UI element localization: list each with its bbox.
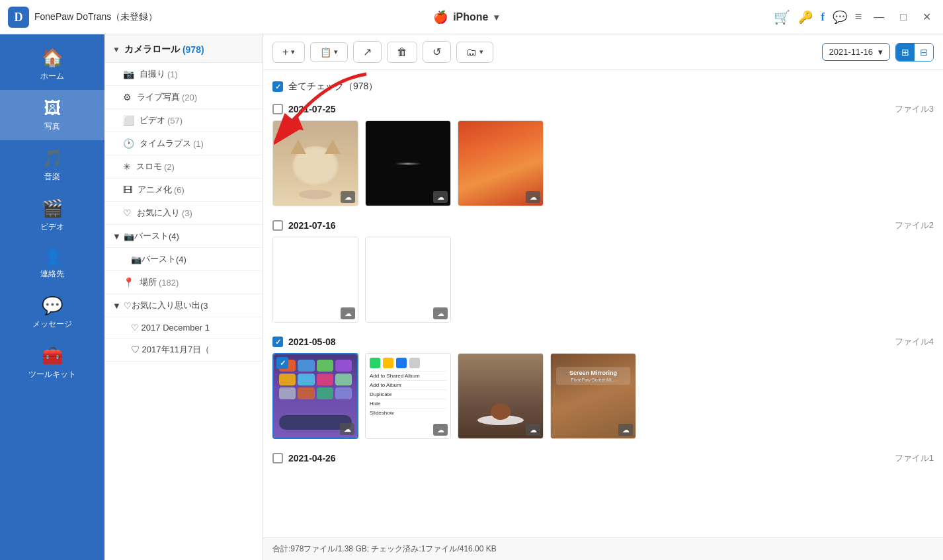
date-checkbox-2021-07-16[interactable] — [272, 220, 283, 231]
titlebar-left: D FonePaw DoTrans（未登録） — [8, 7, 157, 28]
close-button[interactable]: ✕ — [919, 9, 935, 24]
tree-item-animated[interactable]: 🎞 アニメ化 (6) — [104, 179, 263, 202]
facebook-icon[interactable]: f — [821, 11, 824, 23]
copy-button[interactable]: 📋 ▾ — [310, 42, 348, 62]
contacts-icon: 👤 — [44, 249, 62, 266]
memories-label: お気に入り思い出 — [132, 300, 200, 311]
date-row-left-2021-07-16[interactable]: 2021-07-16 — [272, 220, 336, 231]
memories-2017-nov-label: ♡ 2017年11月7日（ — [131, 344, 210, 356]
statusbar: 合計:978ファイル/1.38 GB; チェック済み:1ファイル/416.00 … — [263, 538, 943, 560]
burst-label: バースト — [134, 230, 169, 242]
sidebar-item-messages[interactable]: 💬 メッセージ — [0, 288, 104, 338]
select-all-label: 全てチェック（978） — [288, 81, 378, 93]
minimize-button[interactable]: — — [870, 10, 888, 24]
view-toggle: ⊞ ⊟ — [895, 43, 934, 61]
photo-thumb-selected[interactable]: ✓ ☁ — [272, 353, 358, 439]
date-checkbox-2021-04-26[interactable] — [272, 453, 283, 463]
favorites-count: (3) — [182, 208, 192, 218]
select-all-checkbox[interactable] — [272, 81, 283, 92]
date-row-left[interactable]: 2021-07-25 — [272, 104, 336, 114]
apple-icon: 🍎 — [433, 10, 448, 24]
cloud-icon: ☁ — [341, 307, 355, 319]
sidebar-item-video[interactable]: 🎬 ビデオ — [0, 190, 104, 241]
maximize-button[interactable]: □ — [896, 10, 911, 24]
device-dropdown-icon[interactable]: ▾ — [494, 12, 499, 22]
tree-item-video[interactable]: ⬜ ビデオ (57) — [104, 109, 263, 132]
photo-thumb[interactable]: ☁ — [365, 237, 451, 323]
tree-arrow-camera-roll: ▼ — [112, 45, 120, 54]
photo-grid-2021-07-25: ☁ ☁ ☁ — [272, 120, 934, 206]
date-dropdown-icon: ▾ — [878, 47, 883, 57]
photo-thumb[interactable]: ☁ — [458, 120, 544, 206]
live-photos-icon: ⚙ — [123, 92, 132, 102]
select-all-row[interactable]: 全てチェック（978） — [272, 77, 934, 99]
memories-header[interactable]: ▼ ♡ お気に入り思い出 (3 — [104, 294, 263, 317]
export-button[interactable]: ↗ — [353, 41, 382, 63]
tree-item-live-photos[interactable]: ⚙ ライブ写真 (20) — [104, 86, 263, 109]
places-label: 場所 — [140, 276, 157, 288]
album-dropdown-icon: ▾ — [479, 48, 483, 56]
add-button[interactable]: + ▾ — [272, 42, 305, 63]
date-checkbox-2021-07-25[interactable] — [272, 104, 283, 114]
date-file-count-2021-05-08: ファイル4 — [895, 336, 934, 348]
tree-item-places[interactable]: 📍 場所 (182) — [104, 271, 263, 294]
photo-thumb[interactable]: ☁ — [365, 120, 451, 206]
date-row-left-2021-04-26[interactable]: 2021-04-26 — [272, 453, 336, 463]
memories-2017-dec[interactable]: ♡ 2017 December 1 — [104, 317, 263, 339]
camera-roll-label: カメラロール — [124, 44, 180, 56]
date-row-left-2021-05-08[interactable]: 2021-05-08 — [272, 337, 336, 347]
sidebar-item-photos[interactable]: 🖼 写真 — [0, 90, 104, 140]
burst-header[interactable]: ▼ 📷 バースト (4) — [104, 225, 263, 248]
date-label-2021-07-25: 2021-07-25 — [288, 104, 336, 114]
date-section-2021-05-08: 2021-05-08 ファイル4 — [272, 332, 934, 439]
tree-item-slomo[interactable]: ✳ スロモ (2) — [104, 155, 263, 179]
refresh-button[interactable]: ↺ — [423, 41, 451, 63]
menu-icon[interactable]: ≡ — [855, 10, 862, 24]
date-row-2021-04-26: 2021-04-26 ファイル1 — [272, 448, 934, 469]
titlebar-right: 🛒 🔑 f 💬 ≡ — □ ✕ — [774, 9, 935, 25]
photo-thumb[interactable]: Screen Mirroring FonePaw ScreenMi... ☁ — [550, 353, 636, 439]
sidebar-item-home[interactable]: 🏠 ホーム — [0, 40, 104, 90]
memories-icon: ♡ — [124, 301, 132, 311]
photo-thumb[interactable]: ☁ — [272, 237, 358, 323]
date-checkbox-2021-05-08[interactable] — [272, 337, 283, 347]
app-name: FonePaw DoTrans（未登録） — [34, 11, 157, 23]
video-icon: 🎬 — [42, 198, 63, 219]
photo-thumb[interactable]: Add to Shared Album Add to Album Duplica… — [365, 353, 451, 439]
date-selector[interactable]: 2021-11-16 ▾ — [822, 43, 891, 61]
sidebar-item-music[interactable]: 🎵 音楽 — [0, 140, 104, 190]
date-file-count-2021-04-26: ファイル1 — [895, 452, 934, 464]
date-label-2021-05-08: 2021-05-08 — [288, 337, 336, 347]
photo-thumb[interactable]: ☁ — [272, 120, 358, 206]
titlebar-center[interactable]: 🍎 iPhone ▾ — [433, 10, 498, 24]
grid-view-button[interactable]: ⊞ — [896, 44, 915, 61]
tree-item-selfie[interactable]: 📷 自撮り (1) — [104, 63, 263, 86]
content-area: + ▾ 📋 ▾ ↗ 🗑 ↺ 🗂 ▾ 2021-11-16 — [263, 34, 943, 560]
delete-button[interactable]: 🗑 — [387, 42, 417, 63]
favorites-icon: ♡ — [123, 208, 132, 218]
live-photos-label: ライブ写真 — [137, 91, 180, 103]
cart-icon[interactable]: 🛒 — [774, 9, 790, 25]
key-icon[interactable]: 🔑 — [798, 10, 813, 24]
memories-2017-nov[interactable]: ♡ 2017年11月7日（ — [104, 339, 263, 362]
list-view-button[interactable]: ⊟ — [915, 44, 933, 61]
sidebar-item-toolbox[interactable]: 🧰 ツールキット — [0, 338, 104, 388]
chat-icon[interactable]: 💬 — [833, 10, 847, 24]
export-icon: ↗ — [363, 46, 372, 58]
burst-icon: 📷 — [124, 231, 134, 241]
sidebar-item-contacts[interactable]: 👤 連絡先 — [0, 241, 104, 288]
photo-thumb[interactable]: ☁ — [458, 353, 544, 439]
sidebar-label-messages: メッセージ — [32, 319, 72, 330]
tree-item-favorites[interactable]: ♡ お気に入り (3) — [104, 202, 263, 225]
camera-roll-header[interactable]: ▼ カメラロール (978) — [104, 34, 263, 63]
tree-item-timelapse[interactable]: 🕐 タイムラプス (1) — [104, 132, 263, 155]
album-icon: 🗂 — [466, 46, 477, 58]
album-button[interactable]: 🗂 ▾ — [456, 42, 493, 63]
cloud-icon: ☁ — [526, 191, 540, 203]
main-layout: 🏠 ホーム 🖼 写真 🎵 音楽 🎬 ビデオ 👤 連絡先 💬 メッセージ 🧰 ツー… — [0, 34, 943, 560]
selection-check-icon: ✓ — [276, 357, 288, 369]
copy-icon: 📋 — [320, 47, 331, 58]
selfie-icon: 📷 — [123, 69, 134, 79]
tree-item-burst-sub[interactable]: 📷 バースト (4) — [104, 248, 263, 271]
toolbox-icon: 🧰 — [42, 346, 63, 366]
